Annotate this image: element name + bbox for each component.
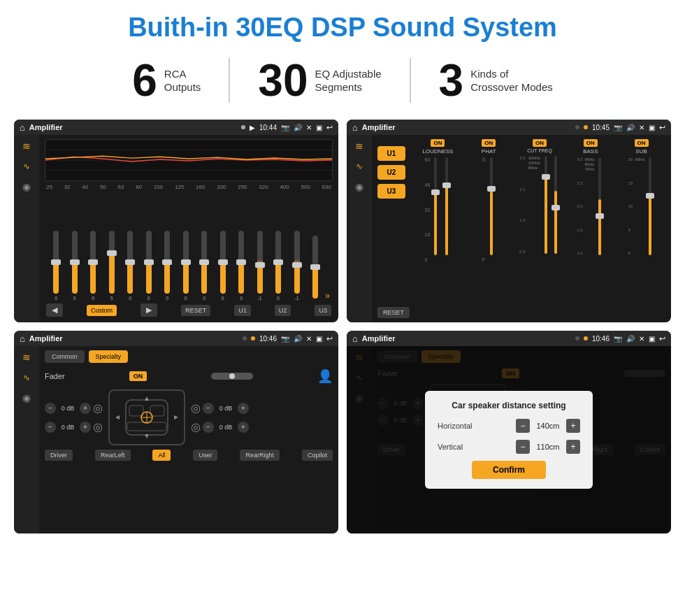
eq-slider-11[interactable]: 0 [233,231,250,301]
eq-slider-9[interactable]: 0 [196,231,212,301]
home-icon-3[interactable]: ⌂ [20,334,25,344]
stat-label-crossover: Kinds of Crossover Modes [470,67,553,94]
status-dot-1 [241,125,245,129]
left-front-plus[interactable]: + [80,403,91,414]
eq-icon-2[interactable]: ≋ [355,141,363,152]
eq-slider-15[interactable] [307,236,324,301]
u2-button[interactable]: U2 [275,305,291,316]
camera-icon: 📷 [281,124,289,131]
eq-slider-6[interactable]: 0 [140,231,157,301]
eq-slider-5[interactable]: 0 [122,231,138,301]
profile-icon[interactable]: 👤 [317,368,333,384]
eq-sliders[interactable]: 0 0 0 [45,193,333,301]
more-icon[interactable]: » [325,291,330,301]
next-button[interactable]: ▶ [140,303,157,317]
right-front-minus[interactable]: − [203,403,214,414]
eq-icon[interactable]: ≋ [22,141,31,152]
home-icon-2[interactable]: ⌂ [352,122,358,133]
play-icon[interactable]: ▶ [250,124,255,131]
back-icon-2[interactable]: ↩ [659,123,665,132]
eq-slider-8[interactable]: 0 [177,231,194,301]
wave-icon[interactable]: ∿ [23,162,30,171]
svg-rect-14 [545,177,547,254]
specialty-tab[interactable]: Specialty [89,350,129,363]
eq-slider-3[interactable]: 0 [85,231,101,301]
volume-icon-2[interactable]: 🔊 [626,124,635,131]
eq-graph [45,139,333,181]
eq-slider-10[interactable]: 0 [214,231,231,301]
speaker-icon[interactable]: ◉ [22,181,31,192]
eq-slider-13[interactable]: 0 [270,231,287,301]
u2-btn[interactable]: U2 [377,165,405,180]
window-icon-3[interactable]: ▣ [316,335,322,343]
close-icon[interactable]: ✕ [306,124,312,131]
sub-on-badge: ON [635,139,649,147]
back-icon[interactable]: ↩ [326,123,333,132]
copilot-button[interactable]: Copilot [302,450,333,461]
sub-name: SUB [635,148,647,155]
speaker-icon-2[interactable]: ◉ [355,181,363,192]
common-tab[interactable]: Common [45,350,85,363]
eq-icon-3[interactable]: ≋ [22,352,31,363]
left-rear-minus[interactable]: − [45,422,56,433]
wave-icon-3[interactable]: ∿ [23,373,30,382]
window-icon[interactable]: ▣ [316,124,322,131]
vertical-plus-button[interactable]: + [566,440,580,454]
svg-rect-28 [127,422,166,431]
driver-button[interactable]: Driver [45,450,73,461]
volume-icon-3[interactable]: 🔊 [294,335,302,343]
cutfreq-name: CUT FREQ [527,148,552,153]
eq-slider-7[interactable]: 0 [159,231,175,301]
u3-btn[interactable]: U3 [377,184,405,199]
rear-left-button[interactable]: RearLeft [95,450,131,461]
right-rear-plus[interactable]: + [238,422,249,433]
rear-right-button[interactable]: RearRight [240,450,280,461]
close-icon-3[interactable]: ✕ [306,335,312,343]
right-rear-minus[interactable]: − [203,422,214,433]
volume-icon[interactable]: 🔊 [294,124,302,131]
horizontal-value: 140cm [534,422,562,430]
window-icon-4[interactable]: ▣ [649,335,655,343]
stat-number-eq: 30 [258,58,308,103]
left-front-val: 0 dB [58,405,78,412]
reset-button[interactable]: RESET [181,305,210,316]
vertical-value: 110cm [534,443,562,451]
left-rear-ctrl: − 0 dB + ◎ [45,420,103,434]
left-rear-val: 0 dB [58,424,78,431]
back-icon-4[interactable]: ↩ [659,334,665,343]
vertical-ctrl: − 110cm + [516,440,580,454]
horizontal-plus-button[interactable]: + [566,419,580,433]
fader-slider-horizontal[interactable] [211,373,253,380]
home-icon[interactable]: ⌂ [20,122,25,133]
volume-icon-4[interactable]: 🔊 [626,335,635,343]
eq-slider-2[interactable]: 0 [66,231,82,301]
crossover-reset-btn[interactable]: RESET [377,307,410,318]
home-icon-4[interactable]: ⌂ [352,334,358,344]
eq-status-bar: ⌂ Amplifier ▶ 10:44 📷 🔊 ✕ ▣ ↩ [14,120,338,135]
close-icon-4[interactable]: ✕ [639,335,644,343]
stat-eq: 30 EQ Adjustable Segments [230,58,410,103]
eq-slider-4[interactable]: 5 [103,231,120,301]
u1-btn[interactable]: U1 [377,146,405,161]
u3-button[interactable]: U3 [315,305,331,316]
eq-slider-1[interactable]: 0 [48,231,64,301]
back-icon-3[interactable]: ↩ [326,334,333,343]
confirm-button[interactable]: Confirm [472,461,546,479]
left-rear-plus[interactable]: + [80,422,91,433]
right-front-plus[interactable]: + [238,403,249,414]
eq-slider-12[interactable]: -1 [251,231,268,301]
eq-slider-14[interactable]: -1 [288,231,305,301]
close-icon-2[interactable]: ✕ [639,124,644,131]
wave-icon-2[interactable]: ∿ [356,162,363,171]
left-front-minus[interactable]: − [45,403,56,414]
prev-button[interactable]: ◀ [46,303,63,317]
speaker-icon-3[interactable]: ◉ [22,392,31,403]
svg-rect-9 [442,182,451,188]
u1-button[interactable]: U1 [234,305,251,316]
all-button[interactable]: All [152,450,171,461]
user-button[interactable]: User [193,450,217,461]
custom-button[interactable]: Custom [87,305,117,316]
window-icon-2[interactable]: ▣ [649,124,655,131]
horizontal-minus-button[interactable]: − [516,419,530,433]
vertical-minus-button[interactable]: − [516,440,530,454]
